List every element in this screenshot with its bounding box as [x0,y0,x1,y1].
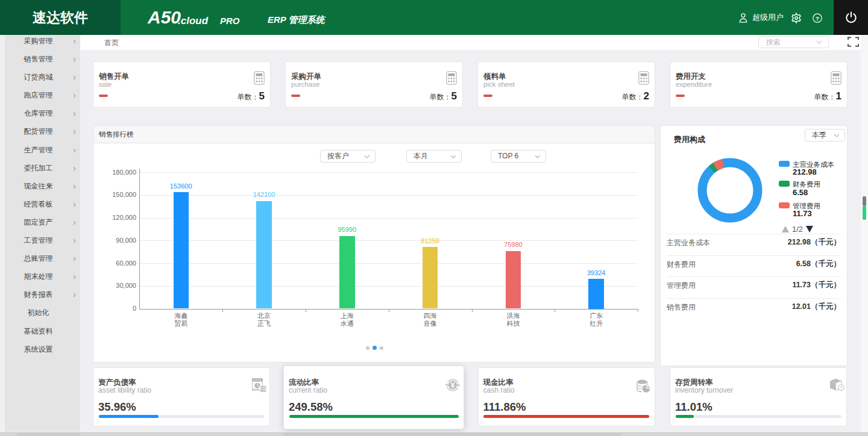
svg-text:?: ? [816,14,819,21]
svg-text:¥: ¥ [451,381,455,390]
